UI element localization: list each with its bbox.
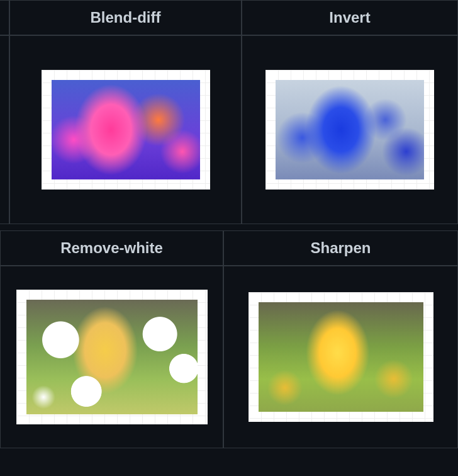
effects-table: Blend-diff Invert Remove-white Sharpen	[0, 0, 458, 448]
header-blend-diff: Blend-diff	[9, 0, 242, 35]
header-row-bottom: Remove-white Sharpen	[0, 230, 458, 266]
header-sharpen: Sharpen	[223, 230, 458, 266]
header-remove-white: Remove-white	[0, 230, 223, 266]
header-invert: Invert	[242, 0, 458, 35]
thumb-row-top	[0, 35, 458, 224]
thumb-frame	[249, 292, 433, 422]
thumb-image-invert	[276, 80, 424, 179]
thumb-image-blend-diff	[52, 80, 200, 179]
thumb-cell-blend-diff	[9, 35, 242, 224]
thumb-image-sharpen	[259, 302, 423, 412]
header-sliver	[0, 0, 9, 35]
thumb-row-bottom	[0, 266, 458, 448]
thumb-cell-invert	[242, 35, 458, 224]
header-label: Remove-white	[60, 239, 163, 257]
row-separator	[0, 224, 458, 230]
header-row-top: Blend-diff Invert	[0, 0, 458, 35]
header-label: Blend-diff	[91, 9, 161, 26]
header-label: Sharpen	[310, 239, 371, 257]
gap	[0, 224, 458, 230]
body-sliver	[0, 35, 9, 224]
thumb-frame	[42, 70, 210, 190]
thumb-cell-remove-white	[0, 266, 223, 448]
thumb-image-remove-white	[26, 300, 198, 414]
thumb-frame	[16, 290, 208, 424]
thumb-cell-sharpen	[223, 266, 458, 448]
header-label: Invert	[329, 9, 370, 26]
thumb-frame	[265, 70, 434, 190]
